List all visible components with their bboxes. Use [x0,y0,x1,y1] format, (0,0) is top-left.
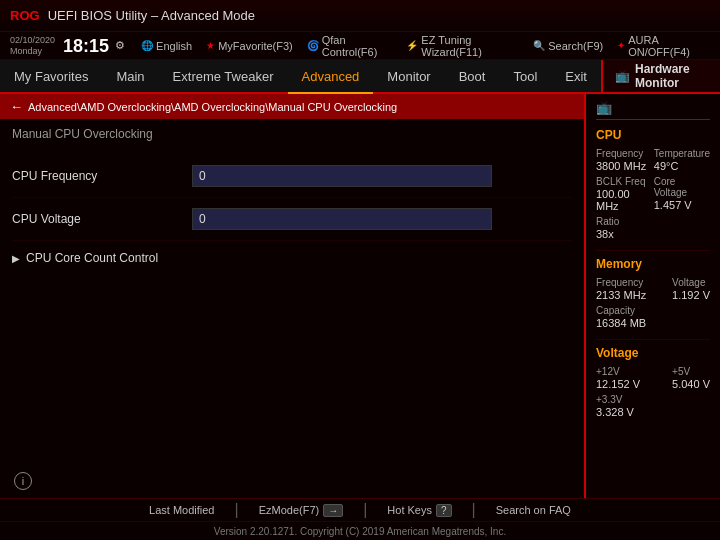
hw-12v-col: +12V 12.152 V [596,366,640,390]
hw-ratio-val: 38x [596,228,619,240]
hw-33v-col: +3.3V 3.328 V [596,394,634,418]
title-bar: ROG UEFI BIOS Utility – Advanced Mode [0,0,720,32]
rog-logo: ROG [10,8,40,23]
nav-myfavorites[interactable]: My Favorites [0,60,102,92]
ez-tuning-button[interactable]: ⚡ EZ Tuning Wizard(F11) [406,34,519,58]
hw-mem-cap-col: Capacity 16384 MB [596,305,646,329]
footer-actions: Last Modified | EzMode(F7) → | Hot Keys … [0,499,720,522]
breadcrumb-path: Advanced\AMD Overclocking\AMD Overclocki… [28,101,397,113]
hw-cpu-title: CPU [596,128,710,142]
hw-mem-freq-volt: Frequency 2133 MHz Voltage 1.192 V [596,277,710,301]
hw-bclk-val: 100.00 MHz [596,188,654,212]
hw-mem-volt-col: Voltage 1.192 V [672,277,710,301]
hw-mem-volt-val: 1.192 V [672,289,710,301]
hotkeys-label: Hot Keys [387,504,432,516]
ezmode-button[interactable]: EzMode(F7) → [259,504,344,517]
nav-advanced[interactable]: Advanced [288,60,374,94]
hw-memory-title: Memory [596,257,710,271]
hw-12v-key: +12V [596,366,640,377]
hw-voltage-title: Voltage [596,346,710,360]
myfavorite-button[interactable]: ★ MyFavorite(F3) [206,34,293,58]
hw-monitor-nav-title: 📺 Hardware Monitor [601,60,720,92]
cpu-core-count-row[interactable]: ▶ CPU Core Count Control [12,241,572,275]
footer-divider-3: | [472,501,476,519]
hw-corevolt-key: Core Voltage [654,176,710,198]
nav-monitor[interactable]: Monitor [373,60,444,92]
datetime-block: 02/10/2020 Monday 18:15 ⚙ [10,35,125,57]
hw-cpu-temp-val: 49°C [654,160,710,172]
last-modified-item: Last Modified [149,504,214,516]
expand-arrow-icon: ▶ [12,253,20,264]
lightning-icon: ⚡ [406,40,418,51]
footer-divider-2: | [363,501,367,519]
settings-icon[interactable]: ⚙ [115,39,125,52]
cpu-frequency-row: CPU Frequency 0 [12,155,572,198]
nav-main[interactable]: Main [102,60,158,92]
hw-cpu-temp-col: Temperature 49°C [654,148,710,172]
nav-boot[interactable]: Boot [445,60,500,92]
hw-mem-freq-val: 2133 MHz [596,289,646,301]
hw-5v-val: 5.040 V [672,378,710,390]
ez-tuning-label: EZ Tuning Wizard(F11) [421,34,519,58]
hw-bclk-col: BCLK Freq 100.00 MHz [596,176,654,212]
hw-12v-5v-row: +12V 12.152 V +5V 5.040 V [596,366,710,390]
nav-exit[interactable]: Exit [551,60,601,92]
monitor-panel-icon: 📺 [596,100,612,115]
hw-ratio-row: Ratio 38x [596,216,710,240]
fan-icon: 🌀 [307,40,319,51]
aura-icon: ✦ [617,40,625,51]
hw-divider-1 [596,250,710,251]
star-icon: ★ [206,40,215,51]
cpu-voltage-row: CPU Voltage 0 [12,198,572,241]
hw-voltage-section: Voltage +12V 12.152 V +5V 5.040 V +3.3V … [596,346,710,418]
globe-icon: 🌐 [141,40,153,51]
hw-bclk-corevolt: BCLK Freq 100.00 MHz Core Voltage 1.457 … [596,176,710,212]
info-bar: 02/10/2020 Monday 18:15 ⚙ 🌐 English ★ My… [0,32,720,60]
cpu-voltage-label: CPU Voltage [12,212,192,226]
qfan-label: Qfan Control(F6) [322,34,393,58]
back-arrow[interactable]: ← [10,99,23,114]
ezmode-label: EzMode(F7) [259,504,320,516]
aura-label: AURA ON/OFF(F4) [628,34,710,58]
hw-mem-volt-key: Voltage [672,277,710,288]
hw-mem-freq-key: Frequency [596,277,646,288]
search-button[interactable]: 🔍 Search(F9) [533,34,603,58]
qfan-button[interactable]: 🌀 Qfan Control(F6) [307,34,393,58]
footer-copyright: Version 2.20.1271. Copyright (C) 2019 Am… [0,522,720,540]
nav-extreme-tweaker[interactable]: Extreme Tweaker [159,60,288,92]
hw-corevolt-col: Core Voltage 1.457 V [654,176,710,212]
cpu-frequency-input[interactable]: 0 [192,165,492,187]
myfavorite-label: MyFavorite(F3) [218,40,293,52]
hw-panel-title: 📺 [596,100,710,120]
hw-33v-key: +3.3V [596,394,634,405]
cpu-frequency-label: CPU Frequency [12,169,192,183]
hw-ratio-col: Ratio 38x [596,216,619,240]
hw-bclk-key: BCLK Freq [596,176,654,187]
nav-bar: My Favorites Main Extreme Tweaker Advanc… [0,60,720,94]
hw-cpu-freq-temp: Frequency 3800 MHz Temperature 49°C [596,148,710,172]
hw-cpu-temp-key: Temperature [654,148,710,159]
info-toolbar: 🌐 English ★ MyFavorite(F3) 🌀 Qfan Contro… [141,34,710,58]
hw-mem-freq-col: Frequency 2133 MHz [596,277,646,301]
footer: Last Modified | EzMode(F7) → | Hot Keys … [0,498,720,540]
breadcrumb: ← Advanced\AMD Overclocking\AMD Overcloc… [0,94,584,119]
hw-memory-section: Memory Frequency 2133 MHz Voltage 1.192 … [596,257,710,329]
search-label: Search(F9) [548,40,603,52]
ezmode-key: → [323,504,343,517]
hw-corevolt-val: 1.457 V [654,199,710,211]
hw-mem-cap-key: Capacity [596,305,646,316]
hotkeys-button[interactable]: Hot Keys ? [387,504,451,517]
hw-mem-cap-val: 16384 MB [596,317,646,329]
hw-cpu-freq-col: Frequency 3800 MHz [596,148,646,172]
time-display: 18:15 [63,37,109,55]
footer-divider-1: | [235,501,239,519]
cpu-voltage-input[interactable]: 0 [192,208,492,230]
search-faq-button[interactable]: Search on FAQ [496,504,571,516]
section-title: Manual CPU Overclocking [0,119,584,145]
language-selector[interactable]: 🌐 English [141,34,192,58]
search-icon: 🔍 [533,40,545,51]
hw-5v-key: +5V [672,366,710,377]
nav-tool[interactable]: Tool [499,60,551,92]
aura-button[interactable]: ✦ AURA ON/OFF(F4) [617,34,710,58]
info-icon-button[interactable]: i [14,472,32,490]
